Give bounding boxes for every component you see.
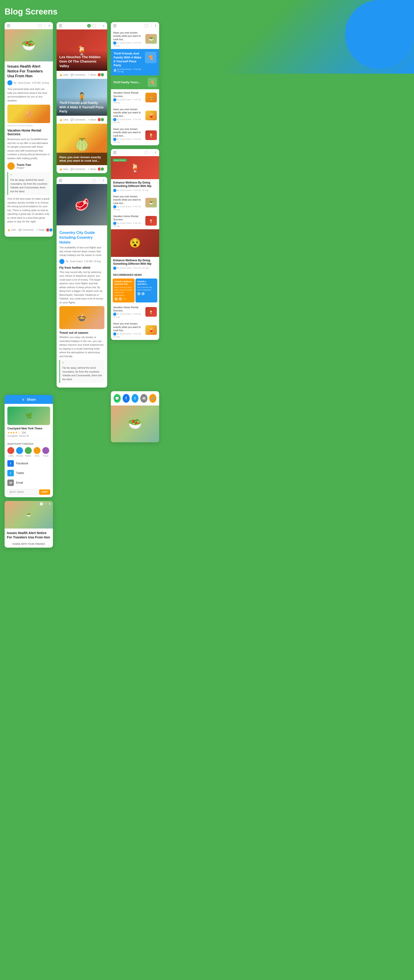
bottom-screen1-content: Issues Health Alert Notice For Travelers… xyxy=(5,528,53,547)
expert-badge: Expert Advice xyxy=(113,158,127,162)
coventry-author-line: By Susie Evans 5:30 AM, 18 Aug xyxy=(59,259,104,264)
bottom-share-icon[interactable]: ⬆ xyxy=(49,502,51,506)
coventry-author-meta: 5:30 AM, 18 Aug xyxy=(84,260,101,262)
hamburger-icon[interactable] xyxy=(7,24,10,27)
share-card-preview: 🌿 Courtyard New York Times ★★★⯨☆ 234 Gur… xyxy=(5,404,53,440)
friend-edwin[interactable]: Edwin xyxy=(25,447,32,457)
share-icon[interactable]: ⬆ xyxy=(48,24,51,27)
likes-meta-3[interactable]: 👍 Likes xyxy=(59,168,68,170)
share-avatars xyxy=(47,228,53,232)
bottom-bookmark-icon[interactable] xyxy=(40,502,43,506)
share-meta[interactable]: ↗ Share xyxy=(88,73,96,76)
friend-avatar-4 xyxy=(33,447,40,454)
recommended-title: RECOMMENDED NEWS xyxy=(111,272,159,277)
s3-list-item-4[interactable]: Have you ever known exactly what you wan… xyxy=(111,126,159,145)
rec-card-1[interactable]: Pityfull a Rethoric Question Ran Roll it… xyxy=(113,278,135,302)
s3-list-item-1[interactable]: Have you ever known exactly what you wan… xyxy=(111,29,159,49)
bookmark-icon[interactable] xyxy=(38,24,41,27)
friend-alma[interactable]: Alma xyxy=(33,447,40,457)
share-icon-2b[interactable]: ⬆ xyxy=(102,179,105,182)
s3b-image-1: 🥗 xyxy=(145,198,157,207)
comments-meta-3[interactable]: 💬 Comments xyxy=(71,168,85,170)
rec-card-1-title: Pityfull a Rethoric Question Ran xyxy=(115,280,133,286)
s3-item-meta-4: By Susie Evans · 5:30 AM, 18 Aug xyxy=(113,138,143,143)
s3-list-image-4: 🍹 xyxy=(145,130,157,140)
twitter-float-button[interactable]: t xyxy=(132,394,139,403)
copy-button[interactable]: COPY xyxy=(39,489,50,495)
likes-meta[interactable]: 👍 Likes xyxy=(59,73,68,76)
s3-list-item-2[interactable]: Vacation Home Rental Success By Susie Ev… xyxy=(111,89,159,106)
social-facebook[interactable]: f Facebook xyxy=(7,459,50,468)
hamburger-icon-3a[interactable] xyxy=(113,24,116,27)
hamburger-icon-2b[interactable] xyxy=(59,179,62,182)
share-meta-3[interactable]: ↗ Share xyxy=(88,168,96,170)
social-email[interactable]: ✉ Email xyxy=(7,479,50,487)
topbar-icons-3b: ♡ ⬆ xyxy=(145,151,157,154)
heart-icon-2[interactable]: ♡ xyxy=(98,24,100,28)
coventry-excerpt: The availability of low-cost flights and… xyxy=(59,246,104,257)
s3b-item-text-1: Have you ever known exactly what you wan… xyxy=(113,195,143,205)
share-avatar-2 xyxy=(49,228,53,232)
bookmark-icon-3b[interactable] xyxy=(145,151,148,154)
bookmark-icon-3a[interactable] xyxy=(145,24,148,27)
link-float-button[interactable]: 🔗 xyxy=(149,394,156,403)
hamburger-icon-2[interactable] xyxy=(59,24,62,27)
likes-meta-2[interactable]: 👍 Likes xyxy=(59,118,68,121)
share-meta-2[interactable]: ↗ Share xyxy=(88,118,96,121)
bookmark-icon-2b[interactable] xyxy=(93,179,96,182)
comments-meta[interactable]: 💬 Comments xyxy=(71,73,85,76)
heart-icon[interactable]: ♡ xyxy=(43,24,46,27)
social-row: f Facebook t Twitter ✉ xyxy=(7,459,50,487)
share-item[interactable]: ↗ Share xyxy=(36,229,45,231)
hero-title: Les Houches The Hidden Gem Of The Chamon… xyxy=(59,55,104,68)
bottom-heart-icon[interactable]: ♡ xyxy=(45,502,47,506)
comments-meta-2[interactable]: 💬 Comments xyxy=(71,118,85,121)
article1-excerpt: Your personal taste and style can help y… xyxy=(7,87,50,102)
s3-avatar-1 xyxy=(113,41,116,45)
s3b-item-text-3: Vacation Home Rental Success xyxy=(113,305,143,312)
s3b-item-meta-4: By Susie Evans · 5:30 AM, 18 Aug xyxy=(113,332,143,338)
whatsapp-float-button[interactable]: 💬 xyxy=(114,394,121,403)
screen2b-topbar: ♡ ⬆ xyxy=(57,177,107,184)
heart-icon-3a[interactable]: ♡ xyxy=(150,24,153,27)
email-icon: ✉ xyxy=(7,479,14,486)
preview-title: Courtyard New York Times xyxy=(7,427,50,430)
friend-avatar-5 xyxy=(42,447,49,454)
tw-label: Twitter xyxy=(16,471,24,475)
share-icon-3a[interactable]: ⬆ xyxy=(154,24,157,27)
friend-lettie[interactable]: Lettie xyxy=(7,447,14,457)
rec-card-2[interactable]: Pityfull a Question... Roll it around pl… xyxy=(135,278,157,302)
quote-icon: " xyxy=(10,174,48,178)
hamburger-icon-3b[interactable] xyxy=(113,151,116,154)
s3b-item-meta-2: By Susie Evans · 5:30 AM, 18 Aug xyxy=(113,222,143,227)
article2-excerpt: Businesses such as GuideMeGreen and the … xyxy=(7,137,50,160)
facebook-icon: f xyxy=(7,460,14,467)
friend-ronnie[interactable]: Ronnie xyxy=(16,447,23,457)
s3-list-item-3[interactable]: Have you ever known exactly what you wan… xyxy=(111,106,159,126)
em-letter: ✉ xyxy=(10,481,12,485)
comments-item[interactable]: 💬 Comments xyxy=(19,229,33,231)
likes-item[interactable]: 👍 Likes xyxy=(7,229,16,231)
email-float-icon: ✉ xyxy=(142,396,145,401)
highlight-card-2[interactable]: Thrill Family Yours... 🍕 xyxy=(111,75,159,89)
friend-travis[interactable]: Travis xyxy=(42,447,49,457)
bookmark-icon-2[interactable] xyxy=(93,24,96,27)
email-float-button[interactable]: ✉ xyxy=(140,394,147,403)
s3b-list-item-1[interactable]: Have you ever known exactly what you wan… xyxy=(111,193,159,213)
share-icon-3b[interactable]: ⬆ xyxy=(154,151,157,154)
s3-item-text-4: Have you ever known exactly what you wan… xyxy=(113,127,143,137)
s3b-list-item-4[interactable]: Have you ever known exactly what you wan… xyxy=(111,320,159,340)
rec-card-2-body: Roll it around play with it implication.… xyxy=(137,286,156,291)
social-twitter[interactable]: t Twitter xyxy=(7,469,50,477)
heart-icon-2b[interactable]: ♡ xyxy=(98,179,100,182)
share-icon-2[interactable]: ⬆ xyxy=(102,24,105,28)
s3-list-image-2: 🍔 xyxy=(145,93,157,102)
highlight-card-1[interactable]: Thrill Friends And Family With A Make It… xyxy=(111,49,159,76)
facebook-float-button[interactable]: f xyxy=(123,394,130,403)
chevron-down-icon: ∨ xyxy=(22,397,25,402)
s3b-list-item-3[interactable]: Vacation Home Rental Success By Susie Ev… xyxy=(111,304,159,320)
s3b-list-item-2[interactable]: Vacation Home Rental Success By Susie Ev… xyxy=(111,213,159,229)
heart-icon-3b[interactable]: ♡ xyxy=(150,151,153,154)
rec-card-1-avatars: +2k xyxy=(115,298,133,301)
tw-letter: t xyxy=(10,471,11,475)
